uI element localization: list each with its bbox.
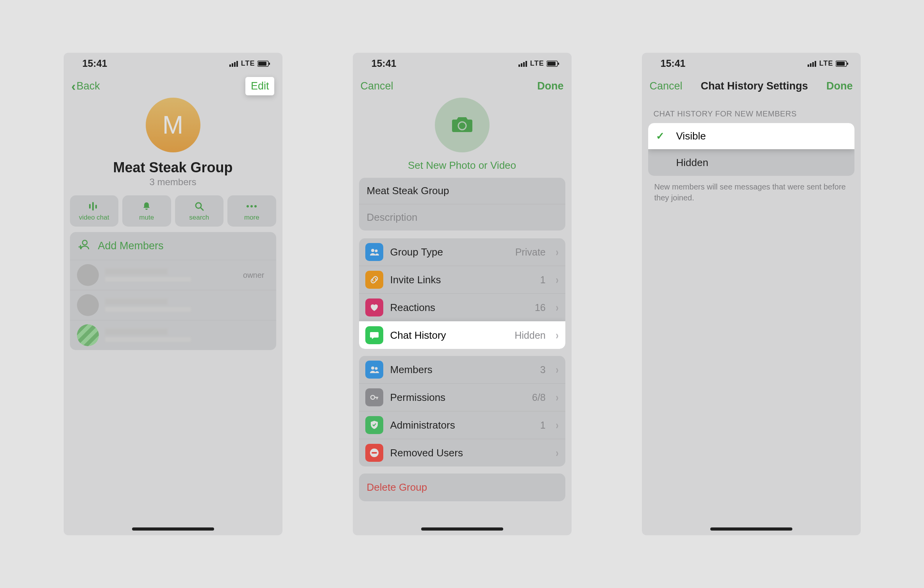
- option-hidden[interactable]: Hidden: [648, 149, 854, 176]
- row-value: 16: [535, 302, 546, 313]
- status-indicators: LTE: [518, 59, 560, 68]
- group-avatar[interactable]: M: [146, 98, 200, 152]
- action-video-chat[interactable]: video chat: [70, 195, 119, 227]
- status-bar: 15:41 LTE: [64, 53, 282, 74]
- chevron-right-icon: ›: [556, 273, 558, 286]
- delete-group-button[interactable]: Delete Group: [359, 474, 565, 501]
- check-icon: ✓: [656, 130, 667, 142]
- svg-rect-8: [92, 202, 94, 211]
- owner-tag: owner: [243, 271, 264, 280]
- settings-row-chat-history[interactable]: Chat HistoryHidden›: [359, 321, 565, 349]
- svg-rect-24: [558, 63, 559, 65]
- member-row[interactable]: [70, 320, 276, 350]
- settings-list-b: Members3›Permissions6/8›Administrators1›…: [359, 356, 565, 466]
- svg-rect-36: [810, 63, 811, 67]
- row-label: Removed Users: [390, 447, 539, 459]
- network-label: LTE: [819, 59, 833, 68]
- cancel-label: Cancel: [361, 80, 393, 92]
- settings-list-a: Group TypePrivate›Invite Links1›Reaction…: [359, 238, 565, 349]
- back-label: Back: [77, 80, 100, 92]
- screen-group-info: 15:41 LTE ‹ Back Edit M Meat Steak Group…: [64, 53, 282, 535]
- svg-point-29: [375, 367, 377, 370]
- camera-icon: [450, 114, 475, 136]
- voice-bars-icon: [88, 200, 100, 212]
- settings-row-administrators[interactable]: Administrators1›: [359, 411, 565, 439]
- home-indicator[interactable]: [710, 527, 792, 531]
- settings-row-group-type[interactable]: Group TypePrivate›: [359, 238, 565, 266]
- action-mute[interactable]: mute: [122, 195, 171, 227]
- settings-row-reactions[interactable]: Reactions16›: [359, 293, 565, 321]
- done-label: Done: [537, 80, 564, 92]
- settings-row-permissions[interactable]: Permissions6/8›: [359, 383, 565, 411]
- home-indicator[interactable]: [132, 527, 214, 531]
- svg-point-27: [375, 250, 377, 252]
- member-row[interactable]: owner: [70, 260, 276, 290]
- row-label: Permissions: [390, 391, 525, 404]
- cancel-button[interactable]: Cancel: [361, 80, 393, 92]
- svg-rect-34: [372, 452, 377, 454]
- action-search[interactable]: search: [175, 195, 224, 227]
- svg-rect-20: [523, 62, 525, 67]
- description-input[interactable]: Description: [359, 204, 565, 231]
- action-row: video chat mute search more: [64, 188, 282, 232]
- group-name-input[interactable]: Meat Steak Group: [359, 178, 565, 204]
- row-value: Hidden: [515, 330, 545, 341]
- svg-rect-9: [95, 205, 97, 209]
- history-option-list: ✓VisibleHidden: [648, 123, 854, 176]
- nav-bar: Cancel Chat History Settings Done: [642, 74, 861, 98]
- row-value: Private: [515, 247, 546, 258]
- bell-icon: [141, 200, 152, 212]
- minus-icon: [365, 444, 383, 462]
- settings-row-members[interactable]: Members3›: [359, 356, 565, 383]
- svg-rect-19: [521, 63, 522, 67]
- key-icon: [365, 388, 383, 406]
- cellular-signal-icon: [229, 61, 239, 67]
- nav-bar: Cancel Done: [353, 74, 572, 98]
- member-text: [105, 268, 237, 282]
- chevron-right-icon: ›: [556, 301, 558, 314]
- cancel-button[interactable]: Cancel: [650, 80, 683, 92]
- cancel-label: Cancel: [650, 80, 683, 92]
- battery-icon: [547, 61, 560, 67]
- nav-bar: ‹ Back Edit: [64, 74, 282, 98]
- member-avatar: [77, 324, 99, 346]
- row-value: 1: [540, 274, 546, 286]
- svg-point-30: [371, 395, 375, 399]
- svg-line-11: [200, 207, 203, 210]
- row-label: Invite Links: [390, 274, 533, 286]
- row-label: Reactions: [390, 302, 528, 314]
- add-user-icon: [78, 238, 90, 254]
- svg-point-12: [247, 205, 249, 207]
- action-label: mute: [139, 214, 154, 222]
- action-more[interactable]: more: [227, 195, 276, 227]
- home-indicator[interactable]: [421, 527, 503, 531]
- members-card: Add Members owner: [70, 232, 276, 350]
- svg-rect-41: [847, 63, 848, 65]
- back-button[interactable]: ‹ Back: [71, 79, 100, 93]
- people-icon: [365, 243, 383, 261]
- edit-button[interactable]: Edit: [245, 77, 275, 95]
- chevron-right-icon: ›: [556, 391, 558, 404]
- done-button[interactable]: Done: [537, 80, 564, 92]
- screen-chat-history-settings: 15:41 LTE Cancel Chat History Settings D…: [642, 53, 861, 535]
- add-members-button[interactable]: Add Members: [70, 232, 276, 260]
- screen-group-edit: 15:41 LTE Cancel Done Set New Photo or V…: [353, 53, 572, 535]
- option-label: Hidden: [676, 157, 708, 169]
- member-row[interactable]: [70, 290, 276, 320]
- done-button[interactable]: Done: [826, 80, 853, 92]
- status-bar: 15:41 LTE: [353, 53, 572, 74]
- name-desc-fields: Meat Steak Group Description: [359, 178, 565, 231]
- option-visible[interactable]: ✓Visible: [648, 123, 854, 149]
- set-photo-avatar[interactable]: [435, 98, 490, 152]
- people-icon: [365, 361, 383, 379]
- svg-rect-6: [269, 63, 270, 65]
- set-photo-link[interactable]: Set New Photo or Video: [353, 159, 572, 172]
- settings-row-invite-links[interactable]: Invite Links1›: [359, 266, 565, 293]
- shield-icon: [365, 416, 383, 434]
- row-label: Chat History: [390, 329, 508, 341]
- svg-rect-0: [229, 64, 231, 67]
- cellular-signal-icon: [808, 61, 817, 67]
- row-value: 3: [540, 364, 546, 375]
- edit-label: Edit: [251, 80, 269, 92]
- settings-row-removed-users[interactable]: Removed Users›: [359, 439, 565, 466]
